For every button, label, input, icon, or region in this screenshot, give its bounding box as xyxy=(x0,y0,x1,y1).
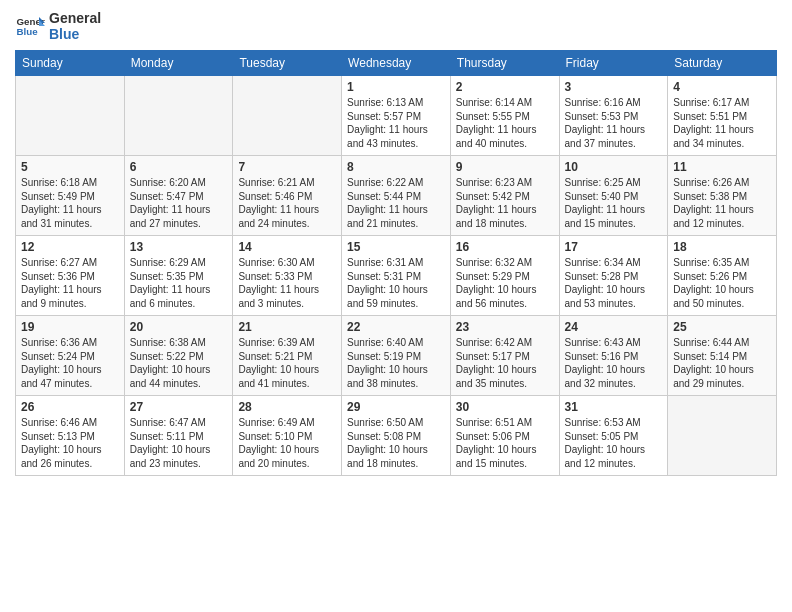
weekday-header-friday: Friday xyxy=(559,51,668,76)
day-info: Sunrise: 6:43 AMSunset: 5:16 PMDaylight:… xyxy=(565,336,663,390)
day-number: 22 xyxy=(347,320,445,334)
calendar-cell xyxy=(16,76,125,156)
header: General Blue General Blue xyxy=(15,10,777,42)
day-number: 2 xyxy=(456,80,554,94)
day-number: 20 xyxy=(130,320,228,334)
day-number: 29 xyxy=(347,400,445,414)
logo-blue: Blue xyxy=(49,26,101,42)
day-info: Sunrise: 6:53 AMSunset: 5:05 PMDaylight:… xyxy=(565,416,663,470)
logo-icon: General Blue xyxy=(15,11,45,41)
day-number: 24 xyxy=(565,320,663,334)
day-number: 23 xyxy=(456,320,554,334)
day-info: Sunrise: 6:46 AMSunset: 5:13 PMDaylight:… xyxy=(21,416,119,470)
day-info: Sunrise: 6:51 AMSunset: 5:06 PMDaylight:… xyxy=(456,416,554,470)
day-info: Sunrise: 6:22 AMSunset: 5:44 PMDaylight:… xyxy=(347,176,445,230)
day-info: Sunrise: 6:35 AMSunset: 5:26 PMDaylight:… xyxy=(673,256,771,310)
day-info: Sunrise: 6:17 AMSunset: 5:51 PMDaylight:… xyxy=(673,96,771,150)
day-number: 4 xyxy=(673,80,771,94)
logo-general: General xyxy=(49,10,101,26)
day-info: Sunrise: 6:18 AMSunset: 5:49 PMDaylight:… xyxy=(21,176,119,230)
day-number: 19 xyxy=(21,320,119,334)
calendar-cell xyxy=(124,76,233,156)
day-number: 9 xyxy=(456,160,554,174)
calendar-cell: 26Sunrise: 6:46 AMSunset: 5:13 PMDayligh… xyxy=(16,396,125,476)
day-info: Sunrise: 6:25 AMSunset: 5:40 PMDaylight:… xyxy=(565,176,663,230)
day-number: 16 xyxy=(456,240,554,254)
day-number: 14 xyxy=(238,240,336,254)
calendar-cell: 21Sunrise: 6:39 AMSunset: 5:21 PMDayligh… xyxy=(233,316,342,396)
weekday-header-row: SundayMondayTuesdayWednesdayThursdayFrid… xyxy=(16,51,777,76)
day-number: 17 xyxy=(565,240,663,254)
day-number: 11 xyxy=(673,160,771,174)
weekday-header-thursday: Thursday xyxy=(450,51,559,76)
day-number: 27 xyxy=(130,400,228,414)
day-number: 25 xyxy=(673,320,771,334)
day-number: 1 xyxy=(347,80,445,94)
week-row-4: 19Sunrise: 6:36 AMSunset: 5:24 PMDayligh… xyxy=(16,316,777,396)
day-number: 6 xyxy=(130,160,228,174)
day-info: Sunrise: 6:42 AMSunset: 5:17 PMDaylight:… xyxy=(456,336,554,390)
calendar-cell: 6Sunrise: 6:20 AMSunset: 5:47 PMDaylight… xyxy=(124,156,233,236)
calendar-cell: 14Sunrise: 6:30 AMSunset: 5:33 PMDayligh… xyxy=(233,236,342,316)
weekday-header-saturday: Saturday xyxy=(668,51,777,76)
day-number: 13 xyxy=(130,240,228,254)
day-info: Sunrise: 6:29 AMSunset: 5:35 PMDaylight:… xyxy=(130,256,228,310)
day-number: 21 xyxy=(238,320,336,334)
week-row-2: 5Sunrise: 6:18 AMSunset: 5:49 PMDaylight… xyxy=(16,156,777,236)
week-row-5: 26Sunrise: 6:46 AMSunset: 5:13 PMDayligh… xyxy=(16,396,777,476)
day-number: 31 xyxy=(565,400,663,414)
calendar-cell: 31Sunrise: 6:53 AMSunset: 5:05 PMDayligh… xyxy=(559,396,668,476)
day-info: Sunrise: 6:13 AMSunset: 5:57 PMDaylight:… xyxy=(347,96,445,150)
weekday-header-wednesday: Wednesday xyxy=(342,51,451,76)
day-info: Sunrise: 6:36 AMSunset: 5:24 PMDaylight:… xyxy=(21,336,119,390)
calendar-cell: 24Sunrise: 6:43 AMSunset: 5:16 PMDayligh… xyxy=(559,316,668,396)
day-info: Sunrise: 6:40 AMSunset: 5:19 PMDaylight:… xyxy=(347,336,445,390)
calendar-cell: 25Sunrise: 6:44 AMSunset: 5:14 PMDayligh… xyxy=(668,316,777,396)
calendar-cell: 9Sunrise: 6:23 AMSunset: 5:42 PMDaylight… xyxy=(450,156,559,236)
calendar-cell: 18Sunrise: 6:35 AMSunset: 5:26 PMDayligh… xyxy=(668,236,777,316)
calendar-cell: 13Sunrise: 6:29 AMSunset: 5:35 PMDayligh… xyxy=(124,236,233,316)
day-number: 5 xyxy=(21,160,119,174)
calendar-cell: 20Sunrise: 6:38 AMSunset: 5:22 PMDayligh… xyxy=(124,316,233,396)
calendar-cell xyxy=(233,76,342,156)
calendar-cell: 19Sunrise: 6:36 AMSunset: 5:24 PMDayligh… xyxy=(16,316,125,396)
day-info: Sunrise: 6:23 AMSunset: 5:42 PMDaylight:… xyxy=(456,176,554,230)
calendar-cell xyxy=(668,396,777,476)
day-info: Sunrise: 6:26 AMSunset: 5:38 PMDaylight:… xyxy=(673,176,771,230)
page-container: General Blue General Blue SundayMondayTu… xyxy=(0,0,792,486)
calendar-cell: 10Sunrise: 6:25 AMSunset: 5:40 PMDayligh… xyxy=(559,156,668,236)
calendar-cell: 3Sunrise: 6:16 AMSunset: 5:53 PMDaylight… xyxy=(559,76,668,156)
day-number: 30 xyxy=(456,400,554,414)
calendar-cell: 30Sunrise: 6:51 AMSunset: 5:06 PMDayligh… xyxy=(450,396,559,476)
week-row-1: 1Sunrise: 6:13 AMSunset: 5:57 PMDaylight… xyxy=(16,76,777,156)
day-info: Sunrise: 6:32 AMSunset: 5:29 PMDaylight:… xyxy=(456,256,554,310)
calendar-cell: 11Sunrise: 6:26 AMSunset: 5:38 PMDayligh… xyxy=(668,156,777,236)
calendar-cell: 27Sunrise: 6:47 AMSunset: 5:11 PMDayligh… xyxy=(124,396,233,476)
day-number: 28 xyxy=(238,400,336,414)
day-info: Sunrise: 6:21 AMSunset: 5:46 PMDaylight:… xyxy=(238,176,336,230)
day-info: Sunrise: 6:34 AMSunset: 5:28 PMDaylight:… xyxy=(565,256,663,310)
calendar-cell: 22Sunrise: 6:40 AMSunset: 5:19 PMDayligh… xyxy=(342,316,451,396)
day-info: Sunrise: 6:38 AMSunset: 5:22 PMDaylight:… xyxy=(130,336,228,390)
day-number: 26 xyxy=(21,400,119,414)
day-number: 8 xyxy=(347,160,445,174)
day-info: Sunrise: 6:20 AMSunset: 5:47 PMDaylight:… xyxy=(130,176,228,230)
calendar-cell: 12Sunrise: 6:27 AMSunset: 5:36 PMDayligh… xyxy=(16,236,125,316)
calendar-cell: 4Sunrise: 6:17 AMSunset: 5:51 PMDaylight… xyxy=(668,76,777,156)
day-info: Sunrise: 6:50 AMSunset: 5:08 PMDaylight:… xyxy=(347,416,445,470)
weekday-header-sunday: Sunday xyxy=(16,51,125,76)
day-info: Sunrise: 6:49 AMSunset: 5:10 PMDaylight:… xyxy=(238,416,336,470)
day-number: 7 xyxy=(238,160,336,174)
calendar-table: SundayMondayTuesdayWednesdayThursdayFrid… xyxy=(15,50,777,476)
day-info: Sunrise: 6:27 AMSunset: 5:36 PMDaylight:… xyxy=(21,256,119,310)
calendar-cell: 23Sunrise: 6:42 AMSunset: 5:17 PMDayligh… xyxy=(450,316,559,396)
day-number: 3 xyxy=(565,80,663,94)
day-number: 18 xyxy=(673,240,771,254)
logo: General Blue General Blue xyxy=(15,10,101,42)
week-row-3: 12Sunrise: 6:27 AMSunset: 5:36 PMDayligh… xyxy=(16,236,777,316)
svg-text:Blue: Blue xyxy=(17,26,39,37)
calendar-cell: 8Sunrise: 6:22 AMSunset: 5:44 PMDaylight… xyxy=(342,156,451,236)
calendar-cell: 28Sunrise: 6:49 AMSunset: 5:10 PMDayligh… xyxy=(233,396,342,476)
day-info: Sunrise: 6:44 AMSunset: 5:14 PMDaylight:… xyxy=(673,336,771,390)
calendar-cell: 29Sunrise: 6:50 AMSunset: 5:08 PMDayligh… xyxy=(342,396,451,476)
